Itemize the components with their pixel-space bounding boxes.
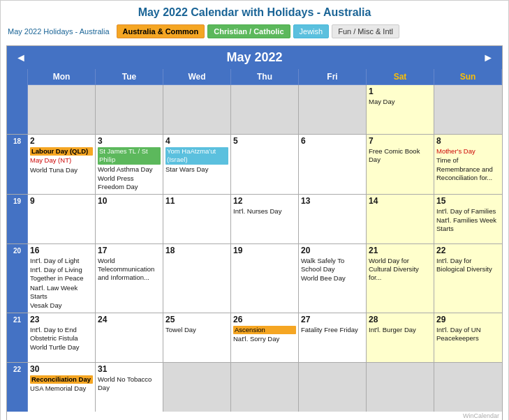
cal-cell-w1-d3: 5 [231, 135, 299, 194]
day-number: 26 [233, 315, 296, 324]
cal-cell-w3-d1: 17World Telecommunication and Informatio… [96, 244, 163, 313]
day-number: 27 [301, 315, 364, 324]
cal-cell-w2-d4: 13 [299, 195, 367, 243]
day-number: 30 [30, 364, 93, 374]
page-wrapper: May 2022 Calendar with Holidays - Austra… [0, 0, 509, 420]
cal-cell-w1-d6: 8Mother's DayTime of Remembrance and Rec… [434, 135, 502, 194]
tab-fun-misc[interactable]: Fun / Misc & Intl [332, 24, 399, 38]
day-number: 17 [98, 246, 161, 255]
day-number: 28 [369, 315, 431, 324]
day-number: 2 [30, 136, 93, 146]
cal-cell-w4-d5: 28Int'l. Burger Day [367, 313, 434, 362]
cal-cell-w0-d6 [434, 85, 502, 134]
week-number-3: 20 [7, 244, 28, 313]
event-0: Mother's Day [436, 147, 500, 156]
event-0: Free Comic Book Day [369, 147, 431, 165]
page-title: May 2022 Calendar with Holidays - Austra… [1, 1, 508, 22]
event-0: Int'l. Day for Biological Diversity [436, 257, 500, 274]
event-1: Time of Remembrance and Reconciliation f… [436, 156, 500, 182]
tab-christian-catholic[interactable]: Christian / Catholic [207, 24, 290, 38]
cal-cell-w2-d3: 12Int'l. Nurses Day [231, 195, 299, 243]
event-0: Labour Day (QLD) [30, 147, 93, 156]
event-0: Int'l. Day of Light [30, 257, 93, 265]
tab-jewish[interactable]: Jewish [293, 24, 330, 38]
cal-cell-w2-d6: 15Int'l. Day of FamiliesNat'l. Families … [434, 195, 502, 243]
cal-cell-w5-d0: 30Reconciliation DayUSA Memorial Day [28, 363, 96, 412]
event-1: Nat'l. Sorry Day [233, 335, 296, 343]
calendar-row-0: 1May Day [7, 85, 502, 135]
day-number: 14 [369, 196, 431, 206]
prev-month-button[interactable]: ◄ [15, 52, 27, 64]
tab-bar: May 2022 Holidays - Australia Australia … [1, 22, 508, 43]
next-month-button[interactable]: ► [482, 52, 494, 64]
event-0: May Day [369, 98, 431, 106]
cal-cell-w5-d6 [434, 363, 502, 412]
event-0: World Day for Cultural Diversity for... [369, 257, 431, 283]
header-mon: Mon [28, 69, 96, 85]
event-1: Int'l. Day of Living Together in Peace [30, 266, 93, 283]
cal-cell-w5-d4 [299, 363, 367, 412]
day-number: 8 [436, 136, 500, 146]
day-number: 13 [301, 196, 364, 206]
calendar-row-2: 199101112Int'l. Nurses Day131415Int'l. D… [7, 195, 502, 244]
calendar-nav: ◄ May 2022 ► [7, 46, 502, 69]
day-number: 29 [436, 315, 500, 324]
cal-cell-w1-d4: 6 [299, 135, 367, 194]
calendar-body: 1May Day182Labour Day (QLD)May Day (NT)W… [7, 85, 502, 412]
cal-cell-w2-d5: 14 [367, 195, 434, 243]
day-number: 4 [165, 136, 228, 146]
day-number: 7 [369, 136, 431, 146]
cal-cell-w0-d4 [299, 85, 367, 134]
cal-cell-w4-d4: 27Fatality Free Friday [299, 313, 367, 362]
tab-australia-common[interactable]: Australia & Common [117, 24, 205, 38]
day-number: 9 [30, 196, 93, 206]
header-wed: Wed [163, 69, 231, 85]
watermark: WinCalendar [7, 412, 502, 420]
day-number: 12 [233, 196, 296, 206]
day-number: 5 [233, 136, 296, 146]
event-2: World Press Freedom Day [98, 174, 161, 192]
day-number: 11 [165, 196, 228, 206]
cal-cell-w0-d2 [163, 85, 231, 134]
cal-cell-w2-d2: 11 [163, 195, 231, 243]
event-0: Fatality Free Friday [301, 326, 364, 334]
cal-cell-w3-d6: 22Int'l. Day for Biological Diversity [434, 244, 502, 313]
calendar-row-3: 2016Int'l. Day of LightInt'l. Day of Liv… [7, 244, 502, 313]
cal-cell-w0-d0 [28, 85, 96, 134]
day-number: 6 [301, 136, 364, 146]
calendar-row-1: 182Labour Day (QLD)May Day (NT)World Tun… [7, 135, 502, 195]
month-title: May 2022 [226, 50, 282, 65]
cal-cell-w5-d1: 31World No Tobacco Day [96, 363, 163, 412]
event-0: Yom HaAtzma'ut (Israel) [165, 147, 228, 165]
event-1: Star Wars Day [165, 165, 228, 174]
calendar-container: ◄ May 2022 ► Mon Tue Wed Thu Fri Sat Sun… [6, 45, 503, 420]
cal-cell-w5-d5 [367, 363, 434, 412]
cal-cell-w1-d2: 4Yom HaAtzma'ut (Israel)Star Wars Day [163, 135, 231, 194]
week-header [7, 69, 28, 85]
week-number-0 [7, 85, 28, 134]
cal-cell-w4-d6: 29Int'l. Day of UN Peacekeepers [434, 313, 502, 362]
header-thu: Thu [231, 69, 299, 85]
cal-cell-w3-d2: 18 [163, 244, 231, 313]
cal-cell-w4-d0: 23Int'l. Day to End Obstetric FistulaWor… [28, 313, 96, 362]
day-number: 15 [436, 196, 500, 206]
event-0: Int'l. Day of Families [436, 207, 500, 216]
header-fri: Fri [299, 69, 367, 85]
header-tue: Tue [96, 69, 163, 85]
event-3: Vesak Day [30, 301, 93, 310]
event-1: World Asthma Day [98, 165, 161, 174]
cal-cell-w2-d0: 9 [28, 195, 96, 243]
event-1: World Turtle Day [30, 343, 93, 352]
week-number-2: 19 [7, 195, 28, 243]
event-0: World No Tobacco Day [98, 375, 161, 393]
event-1: World Bee Day [301, 274, 364, 283]
week-number-1: 18 [7, 135, 28, 194]
cal-cell-w3-d5: 21World Day for Cultural Diversity for..… [367, 244, 434, 313]
day-number: 31 [98, 364, 161, 374]
day-number: 24 [98, 315, 161, 324]
cal-cell-w5-d3 [231, 363, 299, 412]
cal-cell-w1-d1: 3St James TL / St PhilipWorld Asthma Day… [96, 135, 163, 194]
cal-cell-w1-d5: 7Free Comic Book Day [367, 135, 434, 194]
header-sat: Sat [367, 69, 434, 85]
day-number: 18 [165, 246, 228, 255]
